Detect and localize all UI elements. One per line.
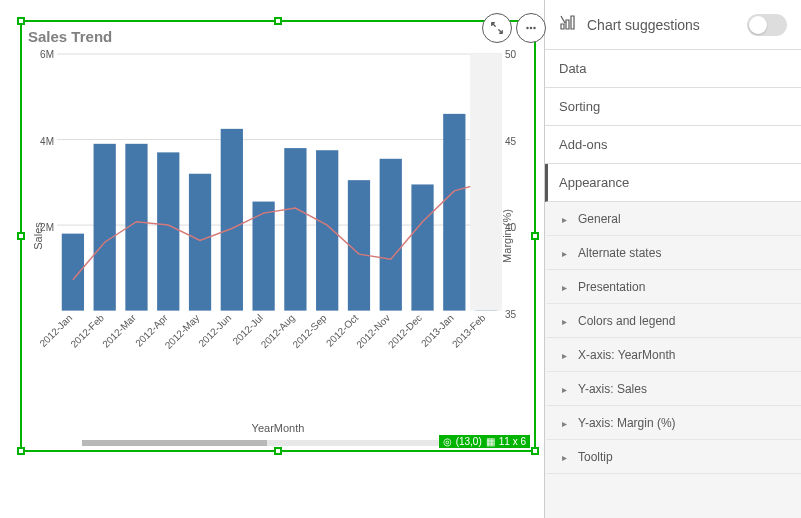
y-left-tick: 6M <box>40 49 54 60</box>
bar <box>348 180 370 310</box>
resize-handle-mr[interactable] <box>531 232 539 240</box>
bar <box>316 150 338 310</box>
x-tick-label: 2012-Feb <box>68 312 106 350</box>
chart-suggestions-icon <box>559 14 577 35</box>
section-sorting[interactable]: Sorting <box>545 88 801 126</box>
bar <box>411 184 433 310</box>
chart-suggestions-label: Chart suggestions <box>587 17 700 33</box>
appearance-y-axis-sales[interactable]: Y-axis: Sales <box>545 372 801 406</box>
resize-handle-bm[interactable] <box>274 447 282 455</box>
bar <box>221 129 243 311</box>
y-right-tick: 40 <box>505 222 516 233</box>
appearance-general[interactable]: General <box>545 202 801 236</box>
appearance-y-axis-margin[interactable]: Y-axis: Margin (%) <box>545 406 801 440</box>
plot-area: 2M4M6M 35404550 2012-Jan2012-Feb2012-Mar… <box>57 54 502 358</box>
bar <box>94 144 116 311</box>
x-tick-label: 2012-May <box>163 312 202 351</box>
grid-icon: ▦ <box>486 436 495 447</box>
appearance-colors-legend[interactable]: Colors and legend <box>545 304 801 338</box>
svg-point-1 <box>530 27 532 29</box>
toggle-knob <box>749 16 767 34</box>
y-right-tick: 50 <box>505 49 516 60</box>
chart-canvas-area: Sales Trend Sales Margin (%) 2M4M6M 3540… <box>0 0 544 518</box>
bar <box>380 159 402 311</box>
chevron-right-icon <box>562 348 570 362</box>
bar <box>189 174 211 311</box>
x-tick-label: 2012-Aug <box>259 312 297 350</box>
chevron-right-icon <box>562 212 570 226</box>
more-options-button[interactable] <box>516 13 546 43</box>
y-left-tick: 4M <box>40 135 54 146</box>
bar <box>284 148 306 311</box>
x-tick-label: 2012-Mar <box>100 312 138 350</box>
chart-suggestions-header: Chart suggestions <box>545 0 801 50</box>
chevron-right-icon <box>562 450 570 464</box>
properties-panel: Chart suggestions Data Sorting Add-ons A… <box>544 0 801 518</box>
x-axis-label: YearMonth <box>252 422 305 434</box>
chart-suggestions-toggle[interactable] <box>747 14 787 36</box>
x-tick-label: 2012-Dec <box>386 312 424 350</box>
bar <box>252 202 274 311</box>
y-axis-right-label: Margin (%) <box>501 209 513 263</box>
highlight-column <box>470 54 502 311</box>
svg-point-2 <box>533 27 535 29</box>
bar <box>443 114 465 311</box>
chevron-right-icon <box>562 280 570 294</box>
x-scrollbar-thumb[interactable] <box>82 440 267 446</box>
section-appearance[interactable]: Appearance <box>545 164 801 202</box>
chart-title: Sales Trend <box>28 28 112 45</box>
dims-label: 11 x 6 <box>499 436 526 447</box>
chevron-right-icon <box>562 314 570 328</box>
chart-object-frame[interactable]: Sales Trend Sales Margin (%) 2M4M6M 3540… <box>20 20 536 452</box>
coords-label: (13,0) <box>456 436 482 447</box>
appearance-alternate-states[interactable]: Alternate states <box>545 236 801 270</box>
chevron-right-icon <box>562 416 570 430</box>
appearance-tooltip[interactable]: Tooltip <box>545 440 801 474</box>
x-scrollbar-track[interactable] <box>82 440 494 446</box>
appearance-x-axis[interactable]: X-axis: YearMonth <box>545 338 801 372</box>
resize-handle-ml[interactable] <box>17 232 25 240</box>
expand-icon <box>490 21 504 35</box>
x-tick-label: 2013-Feb <box>450 312 488 350</box>
chevron-right-icon <box>562 246 570 260</box>
resize-handle-br[interactable] <box>531 447 539 455</box>
chevron-right-icon <box>562 382 570 396</box>
bar <box>157 152 179 310</box>
svg-point-0 <box>526 27 528 29</box>
more-icon <box>524 21 538 35</box>
section-addons[interactable]: Add-ons <box>545 126 801 164</box>
y-left-tick: 2M <box>40 222 54 233</box>
target-icon: ◎ <box>443 436 452 447</box>
resize-handle-bl[interactable] <box>17 447 25 455</box>
fullscreen-button[interactable] <box>482 13 512 43</box>
y-right-tick: 35 <box>505 309 516 320</box>
bar <box>62 234 84 311</box>
resize-handle-tl[interactable] <box>17 17 25 25</box>
x-tick-label: 2012-Nov <box>354 312 392 350</box>
x-tick-label: 2012-Sep <box>290 312 328 350</box>
resize-handle-tm[interactable] <box>274 17 282 25</box>
chart-toolbar <box>482 13 546 43</box>
x-tick-label: 2012-Jun <box>196 312 233 349</box>
y-right-tick: 45 <box>505 135 516 146</box>
size-indicator: ◎ (13,0) ▦ 11 x 6 <box>439 435 530 448</box>
appearance-presentation[interactable]: Presentation <box>545 270 801 304</box>
section-data[interactable]: Data <box>545 50 801 88</box>
